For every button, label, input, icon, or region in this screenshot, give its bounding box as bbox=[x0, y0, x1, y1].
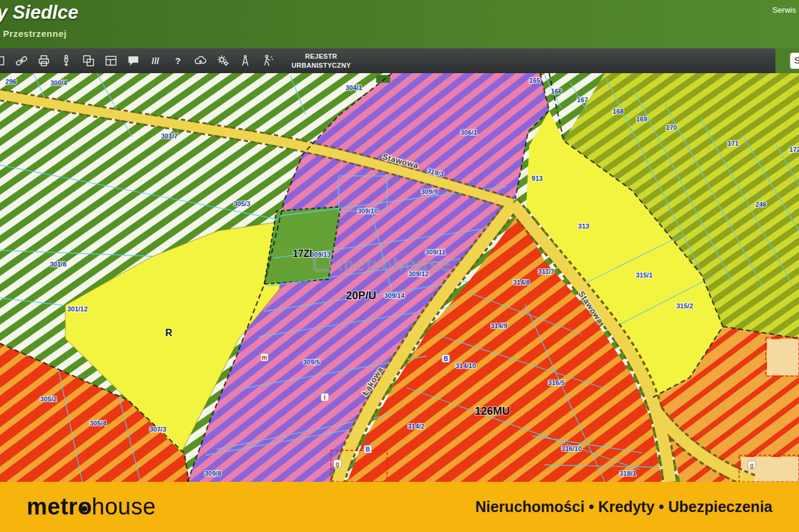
cloud-icon bbox=[194, 54, 207, 68]
parcel-label: 165 bbox=[529, 77, 540, 84]
measure-button[interactable]: /// bbox=[146, 51, 165, 71]
parcel-label: 311/7 bbox=[538, 268, 555, 275]
zone-label: R bbox=[165, 328, 172, 338]
parcel-label: 301/8 bbox=[50, 261, 67, 268]
parcel-label: 316/5 bbox=[548, 379, 565, 386]
parcel-label: 314/8 bbox=[513, 279, 530, 286]
search-input[interactable]: S bbox=[790, 53, 799, 69]
compass-icon bbox=[238, 54, 252, 68]
parcel-label: 309/11 bbox=[425, 248, 445, 256]
rejestr-line1: REJESTR bbox=[292, 52, 351, 60]
layout-panels-icon bbox=[104, 54, 118, 68]
parcel-label: 913 bbox=[532, 175, 543, 182]
parcel-label: 171 bbox=[728, 140, 739, 147]
parcel-label: 309/14 bbox=[384, 292, 405, 299]
window-icon bbox=[0, 54, 6, 68]
parcel-label: 305/3 bbox=[233, 200, 250, 207]
app-subtitle: Przestrzennej bbox=[3, 28, 67, 39]
parcel-label: 309/13 bbox=[310, 251, 331, 258]
settings-button[interactable] bbox=[214, 51, 232, 71]
print-icon bbox=[37, 54, 51, 68]
zone-label: 20P/U bbox=[346, 290, 376, 302]
link-button[interactable] bbox=[12, 51, 30, 71]
parcel-label: 296 bbox=[5, 78, 16, 85]
logo-house: house bbox=[92, 494, 156, 519]
parcel-label: 170 bbox=[666, 124, 677, 131]
parcel-label: 309/10 bbox=[357, 207, 378, 215]
parcel-label: 316/10 bbox=[561, 445, 582, 452]
metrohouse-logo: metrohouse bbox=[27, 494, 156, 520]
parcel-label: 169 bbox=[636, 115, 647, 123]
streetview-button[interactable] bbox=[57, 51, 75, 71]
parcel-label: 167 bbox=[577, 96, 588, 103]
map-marker-label: B bbox=[365, 446, 370, 453]
parcel-label: 309/12 bbox=[408, 270, 429, 277]
parcel-label: 315/1 bbox=[636, 271, 653, 279]
cloud-button[interactable] bbox=[191, 51, 209, 71]
footer-tagline: Nieruchomości • Kredyty • Ubezpieczenia bbox=[475, 498, 772, 516]
parcel-label: 313 bbox=[578, 222, 589, 230]
parcel-label: 309/8 bbox=[204, 470, 221, 477]
parcel-label: 304/1 bbox=[345, 84, 362, 91]
measure-icon: /// bbox=[152, 56, 160, 65]
help-button[interactable]: ? bbox=[169, 51, 187, 71]
map-marker-label: B bbox=[443, 355, 448, 362]
search-value: S bbox=[794, 55, 799, 65]
rejestr-line2: URBANISTYCZNY bbox=[292, 61, 351, 70]
parcel-label: 166 bbox=[551, 88, 562, 95]
logo-bullseye-o: o bbox=[77, 494, 91, 520]
layout-button[interactable] bbox=[102, 51, 120, 71]
gears-icon bbox=[216, 54, 230, 68]
map-marker-label: m bbox=[262, 354, 267, 361]
compass-button[interactable] bbox=[236, 51, 254, 71]
map-marker-label: g bbox=[750, 462, 754, 469]
parcel-label: 314/2 bbox=[408, 423, 425, 430]
parcel-label: 318/1 bbox=[619, 470, 636, 477]
parcel-label: 314/10 bbox=[455, 362, 476, 369]
toolbar-row: /// ? bbox=[0, 48, 799, 73]
parcel-label: 172 bbox=[789, 146, 799, 153]
parcel-label: 306/1 bbox=[460, 129, 477, 136]
serwis-link[interactable]: Serwis bbox=[772, 5, 796, 15]
copy-view-button[interactable] bbox=[79, 51, 97, 71]
copy-frames-icon bbox=[82, 54, 96, 68]
parcel-label: 301/12 bbox=[67, 305, 88, 313]
parcel-label: 301/7 bbox=[161, 132, 178, 140]
map-marker-label: i bbox=[324, 394, 326, 401]
app-title: y Siedlce bbox=[0, 2, 78, 24]
parcel-label: 246 bbox=[755, 201, 766, 208]
footer-banner: metrohouse Nieruchomości • Kredyty • Ube… bbox=[0, 482, 799, 532]
walking-person-icon bbox=[261, 54, 275, 68]
zone-17zi[interactable] bbox=[264, 207, 341, 284]
parcel-label: 305/4 bbox=[90, 420, 106, 427]
parcel-label: 309/9 bbox=[421, 188, 438, 195]
speech-bubble-icon bbox=[126, 54, 140, 68]
map-marker-label: g bbox=[336, 461, 339, 467]
pegman-icon bbox=[59, 54, 73, 68]
clipped-tool-button[interactable] bbox=[0, 51, 8, 71]
help-icon: ? bbox=[175, 56, 180, 65]
zone-label: 17ZI bbox=[293, 248, 312, 259]
map-canvas[interactable]: metrohouse miBBgg 296300/4304/1301/7305/… bbox=[0, 73, 799, 482]
parcel-label: 305/2 bbox=[40, 395, 57, 403]
map-symbol-green bbox=[376, 75, 390, 83]
parcel-label: 307/3 bbox=[149, 426, 166, 433]
parcel-label: 315/2 bbox=[676, 302, 693, 310]
parcel-label: 168 bbox=[613, 108, 624, 115]
logo-metr: metr bbox=[27, 494, 77, 519]
rejestr-urbanistyczny-button[interactable]: REJESTR URBANISTYCZNY bbox=[288, 51, 354, 70]
parcel-label: 300/4 bbox=[50, 79, 67, 86]
poi-button[interactable] bbox=[258, 51, 276, 71]
link-icon bbox=[15, 54, 28, 68]
header: y Siedlce Przestrzennej Serwis bbox=[0, 0, 799, 48]
app-window: y Siedlce Przestrzennej Serwis bbox=[0, 0, 799, 532]
map-viewport[interactable]: metrohouse miBBgg 296300/4304/1301/7305/… bbox=[0, 73, 799, 482]
parcel-label: 314/9 bbox=[491, 322, 507, 329]
zone-label: 126MU bbox=[475, 405, 510, 417]
print-button[interactable] bbox=[34, 51, 53, 71]
comment-button[interactable] bbox=[124, 51, 142, 71]
toolbar: /// ? bbox=[0, 48, 775, 73]
watermark-text: metrohouse bbox=[338, 254, 451, 275]
parcel-label: 309/5 bbox=[303, 358, 320, 366]
